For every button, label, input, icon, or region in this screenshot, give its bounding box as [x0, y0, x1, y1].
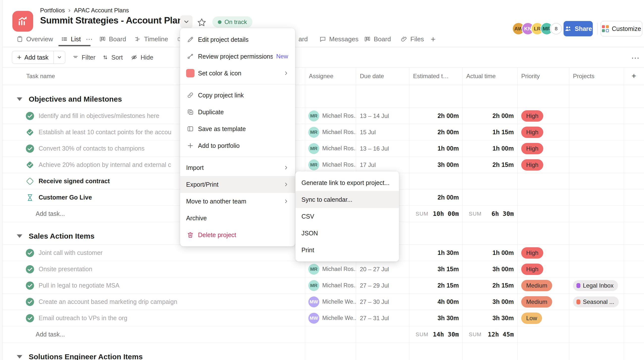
tab-list[interactable]: List ⋯ — [61, 32, 92, 46]
assignee-cell[interactable]: MRMichael Ros... — [305, 261, 356, 277]
due-date-cell[interactable]: 13 – 14 Jul — [356, 108, 409, 124]
task-name[interactable]: Onsite presentation — [38, 266, 92, 273]
task-complete-icon[interactable] — [25, 314, 35, 323]
assignee-cell[interactable]: MWMichelle We... — [305, 310, 356, 326]
task-row[interactable]: Establish at least 10 contact points for… — [2, 124, 644, 140]
tab-overview[interactable]: Overview — [16, 32, 53, 46]
task-complete-icon[interactable] — [25, 111, 35, 121]
due-date-cell[interactable]: 20 – 27 Jul — [356, 261, 409, 277]
estimated-time-cell[interactable]: 2h 00m — [409, 189, 462, 205]
assignee-cell[interactable]: MRMichael Ros... — [305, 124, 356, 140]
column-header-priority[interactable]: Priority — [517, 73, 569, 80]
priority-badge[interactable]: High — [521, 159, 543, 171]
task-row[interactable]: Pull in legal to negotiate MSAMRMichael … — [2, 277, 644, 294]
toolbar-overflow-button[interactable]: ⋯ — [631, 53, 640, 63]
tab-list-more-icon[interactable]: ⋯ — [86, 35, 92, 43]
assignee-cell[interactable]: MRMichael Ros... — [305, 277, 356, 294]
projects-cell[interactable] — [569, 140, 624, 156]
actual-time-cell[interactable] — [462, 189, 517, 205]
priority-cell[interactable]: High — [517, 108, 569, 124]
actual-time-cell[interactable]: 1h 15m — [462, 124, 517, 140]
estimated-time-cell[interactable]: 3h 30m — [409, 310, 462, 326]
priority-badge[interactable]: Medium — [521, 296, 552, 308]
estimated-time-cell[interactable]: 2h 00m — [409, 108, 462, 124]
task-name[interactable]: Identify and fill in objectives/mileston… — [38, 112, 160, 119]
breadcrumb-portfolio-name[interactable]: APAC Account Plans — [74, 7, 129, 14]
task-complete-icon[interactable] — [25, 144, 35, 153]
submenu-item-sync-to-calendar[interactable]: Sync to calendar... — [296, 191, 399, 208]
priority-badge[interactable]: High — [521, 143, 543, 154]
estimated-time-cell[interactable]: 2h 15m — [409, 277, 462, 294]
priority-cell[interactable]: High — [517, 245, 569, 261]
due-date-cell[interactable]: 27 – 31 Jul — [356, 310, 409, 326]
menu-item-delete-project[interactable]: Delete project — [180, 227, 295, 243]
task-name[interactable]: Receive signed contract — [38, 178, 110, 185]
section-title[interactable]: Sales Action Items — [29, 232, 94, 240]
priority-cell[interactable] — [517, 173, 569, 189]
section-title[interactable]: Objectives and Milestones — [29, 95, 122, 103]
actual-time-cell[interactable]: 3h 30m — [462, 310, 517, 326]
task-complete-icon[interactable] — [25, 128, 35, 137]
add-task-dropdown[interactable] — [54, 51, 65, 63]
task-name-cell[interactable]: Pull in legal to negotiate MSA — [2, 277, 305, 294]
assignee-cell[interactable]: MRMichael Ros... — [305, 108, 356, 124]
priority-cell[interactable]: Medium — [517, 277, 569, 294]
due-date-cell[interactable]: 15 Jul — [356, 124, 409, 140]
tab-messages[interactable]: Messages — [319, 32, 359, 46]
favorite-star-button[interactable] — [196, 17, 207, 28]
priority-badge[interactable]: High — [521, 110, 543, 122]
task-complete-icon[interactable] — [25, 160, 35, 170]
sort-button[interactable]: Sort — [102, 51, 123, 64]
priority-badge[interactable]: High — [521, 127, 543, 138]
add-task-inline-button[interactable]: Add task... — [36, 331, 65, 338]
priority-badge[interactable]: High — [521, 247, 543, 259]
due-date-cell[interactable]: 27 – 30 Jul — [356, 294, 409, 310]
task-name-cell[interactable]: Joint call with customer — [2, 245, 305, 261]
task-complete-icon[interactable] — [25, 297, 35, 307]
task-name[interactable]: Achieve 20% adoption by internal and ext… — [38, 161, 171, 168]
projects-cell[interactable] — [569, 124, 624, 140]
priority-badge[interactable]: Low — [521, 313, 542, 324]
task-name[interactable]: Convert 30% of contacts to champions — [38, 145, 144, 152]
tab-board[interactable]: Board — [99, 32, 126, 46]
estimated-time-cell[interactable]: 3h 00m — [409, 157, 462, 173]
task-name[interactable]: Customer Go Live — [38, 194, 92, 201]
column-header-estimated-time[interactable]: Estimated t… — [409, 73, 462, 80]
project-color-icon[interactable] — [12, 11, 33, 32]
task-name[interactable]: Create an account based marketing drip c… — [38, 298, 177, 305]
task-complete-icon[interactable] — [25, 248, 35, 258]
menu-item-add-to-portfolio[interactable]: Add to portfolio — [180, 137, 295, 154]
estimated-time-cell[interactable]: 1h 00m — [409, 140, 462, 156]
page-title[interactable]: Summit Strategies - Account Plan — [40, 15, 183, 26]
add-task-inline-button[interactable]: Add task... — [36, 210, 65, 217]
submenu-item-print[interactable]: Print — [296, 242, 399, 258]
task-row[interactable]: Convert 30% of contacts to championsMRMi… — [2, 140, 644, 157]
column-header-due-date[interactable]: Due date — [356, 73, 409, 80]
project-badge[interactable]: Legal Inbox — [573, 280, 618, 291]
due-date-cell[interactable]: 13 – 16 Jul — [356, 140, 409, 156]
priority-cell[interactable]: High — [517, 140, 569, 156]
projects-cell[interactable] — [569, 189, 624, 205]
milestone-diamond-icon[interactable] — [25, 177, 35, 186]
tab-board-2[interactable]: Board — [364, 32, 391, 46]
priority-cell[interactable]: High — [517, 261, 569, 277]
actual-time-cell[interactable]: 2h 15m — [462, 277, 517, 294]
projects-cell[interactable] — [569, 108, 624, 124]
actual-time-cell[interactable]: 3h 00m — [462, 294, 517, 310]
add-task-button[interactable]: + Add task — [12, 51, 65, 64]
priority-badge[interactable]: High — [521, 264, 543, 275]
projects-cell[interactable] — [569, 173, 624, 189]
task-name[interactable]: Pull in legal to negotiate MSA — [38, 282, 120, 289]
column-header-projects[interactable]: Projects — [569, 73, 624, 80]
menu-item-archive[interactable]: Archive — [180, 210, 295, 227]
projects-cell[interactable] — [569, 261, 624, 277]
breadcrumb-portfolios[interactable]: Portfolios — [40, 7, 65, 14]
priority-cell[interactable] — [517, 189, 569, 205]
task-row[interactable]: Email outreach to VPs in the orgMWMichel… — [2, 310, 644, 326]
projects-cell[interactable] — [569, 310, 624, 326]
tab-files[interactable]: Files — [400, 32, 424, 46]
projects-cell[interactable]: Seasonal ... — [569, 294, 624, 310]
assignee-cell[interactable]: MWMichelle We... — [305, 294, 356, 310]
menu-item-edit-project-details[interactable]: Edit project details — [180, 31, 295, 48]
projects-cell[interactable]: Legal Inbox — [569, 277, 624, 294]
